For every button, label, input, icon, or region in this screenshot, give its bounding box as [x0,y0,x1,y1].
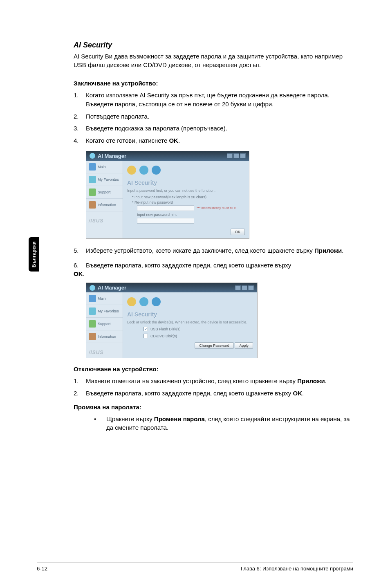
hint-input[interactable] [137,218,194,224]
lock-heading: Заключване на устройство: [74,80,353,87]
ok-button[interactable]: OK [231,229,245,235]
step-text: Въведете подсказка за паролата (препоръч… [86,124,353,133]
page-footer: 6-12 Глава 6: Използване на помощните пр… [37,563,353,572]
sidebar-item-main[interactable]: Main [86,292,123,305]
step-text: Когато използвате AI Security за пръв пъ… [86,91,353,109]
panel-title: AI Security [127,180,245,186]
checkbox-cddvd[interactable]: CD\DVD Disk(s) [143,334,253,338]
validation-note: *** inconsistency must fill it [197,206,235,210]
step-text: Махнете отметката на заключено устройств… [86,377,353,386]
toolbar-icons [127,164,245,178]
tool-icon[interactable] [127,166,136,175]
step-num: 2. [74,389,86,398]
brand-logo: /ISUS [86,343,123,358]
panel-subtitle: Input a password first, or you can not u… [127,189,245,193]
window-controls[interactable] [235,285,254,290]
window-titlebar: AI Manager [86,283,257,292]
change-password-button[interactable]: Change Password [195,342,234,349]
sidebar-item-information[interactable]: Information [86,330,123,343]
step-num: 4. [74,136,86,145]
tool-icon[interactable] [152,166,161,175]
sidebar-item-favorites[interactable]: My Favorites [86,305,123,318]
input-label: * Input new password(Max length is 20 ch… [132,195,245,199]
lock-steps-cont: 5.Изберете устройството, което искате да… [74,246,353,255]
unlock-heading: Отключване на устройство: [74,366,353,373]
main-panel: AI Security Input a password first, or y… [123,161,249,238]
apply-button[interactable]: Apply [235,342,253,349]
page-content: AI Security AI Security Ви дава възможно… [0,0,390,449]
panel-title: AI Security [127,311,253,318]
intro-text: AI Security Ви дава възможност за зададе… [74,52,353,69]
tool-icon[interactable] [139,166,148,175]
screenshot-password: AI Manager Main My Favorites Support Inf… [86,151,249,239]
lock-steps: 1.Когато използвате AI Security за пръв … [74,91,353,145]
app-icon [90,153,95,159]
toolbar-icons [127,296,253,310]
password-input[interactable] [137,205,194,211]
section-title: AI Security [74,41,353,49]
window-title: AI Manager [98,285,126,291]
sidebar-item-main[interactable]: Main [86,161,123,173]
input-label: Input new password hint [137,213,245,217]
step-text: Въведете паролата, която зададохте преди… [86,389,353,398]
step-num: 1. [74,91,86,109]
sidebar: Main My Favorites Support Information /I… [86,161,123,238]
screenshot-devices: AI Manager Main My Favorites Support Inf… [86,283,258,358]
step-text: Потвърдете паролата. [86,112,353,121]
bullet-dot: • [94,415,106,433]
checkbox-usb[interactable]: ✓USB Flash Disk(s) [143,327,253,331]
window-controls[interactable] [227,153,246,158]
step-num: 1. [74,377,86,386]
brand-logo: /ISUS [86,211,123,226]
step-6: 6.Въведете паролата, която зададохте пре… [74,261,353,279]
change-bullets: •Щракнете върху Промени парола, след кое… [74,415,353,433]
sidebar-item-support[interactable]: Support [86,318,123,330]
sidebar-item-information[interactable]: Information [86,199,123,211]
window-titlebar: AI Manager [86,151,249,161]
unlock-steps: 1.Махнете отметката на заключено устройс… [74,377,353,398]
change-heading: Промяна на паролата: [74,404,353,411]
step-num: 5. [74,246,86,255]
page-number: 6-12 [37,566,47,572]
step-text: Когато сте готови, натиснете OK. [86,136,353,145]
main-panel: AI Security Lock or unlock the device(s)… [123,292,257,358]
input-label: * Re-input new password [132,200,173,204]
chapter-title: Глава 6: Използване на помощните програм… [241,566,353,572]
window-title: AI Manager [98,153,126,159]
step-num: 2. [74,112,86,121]
step-text: Изберете устройството, което искате да з… [86,246,353,255]
panel-subtitle: Lock or unlock the device(s). When selec… [127,320,253,324]
tool-icon[interactable] [139,297,148,306]
tool-icon[interactable] [152,297,161,306]
tool-icon[interactable] [127,297,136,306]
sidebar-item-support[interactable]: Support [86,186,123,199]
step-num: 3. [74,124,86,133]
side-tab: Български [29,237,39,272]
sidebar-item-favorites[interactable]: My Favorites [86,173,123,186]
app-icon [90,285,95,291]
sidebar: Main My Favorites Support Information /I… [86,292,123,358]
bullet-text: Щракнете върху Промени парола, след коет… [106,415,353,433]
